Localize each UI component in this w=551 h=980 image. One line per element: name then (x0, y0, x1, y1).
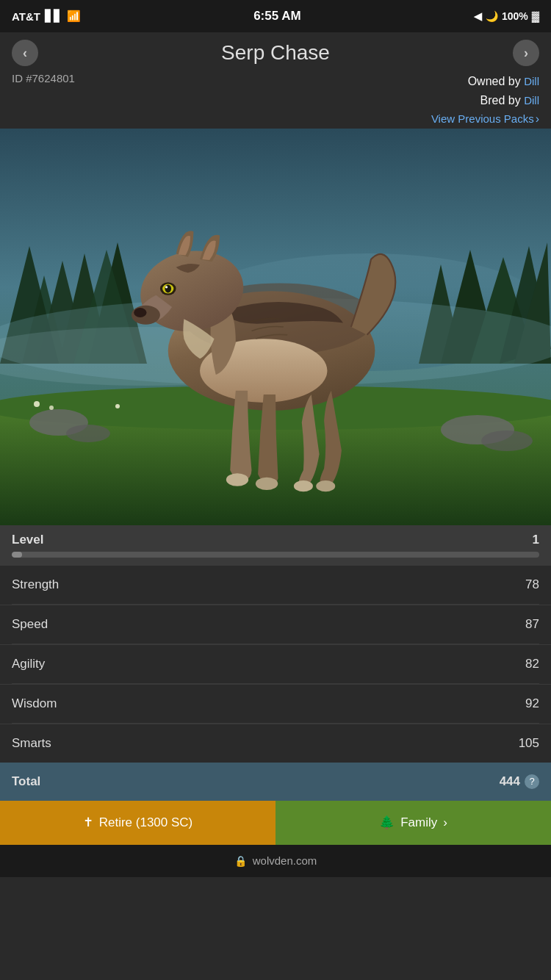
total-label: Total (12, 774, 40, 789)
agility-value: 82 (525, 657, 539, 671)
meta-right: Owned by Dill Bred by Dill View Previous… (431, 72, 539, 129)
total-row: Total 444 ? (0, 763, 551, 801)
meta-section: Owned by Dill Bred by Dill View Previous… (0, 69, 551, 90)
retire-icon: ✝ (83, 815, 93, 830)
owned-by: Owned by Dill (431, 72, 539, 91)
stat-row-speed: Speed 87 (0, 605, 551, 644)
stat-row-agility: Agility 82 (0, 644, 551, 683)
forward-icon: › (524, 46, 528, 61)
svg-point-36 (165, 284, 171, 292)
strength-value: 78 (525, 577, 539, 592)
chevron-right-icon: › (536, 109, 539, 129)
signal-icon: ▋▋ (45, 10, 62, 23)
total-value-container: 444 ? (500, 774, 539, 789)
battery-icon: ▓ (532, 10, 539, 22)
location-icon: ◀ (474, 10, 482, 22)
carrier-text: AT&T (12, 10, 40, 23)
stat-row-strength: Strength 78 (0, 565, 551, 604)
owned-by-label: Owned by (468, 75, 521, 87)
back-icon: ‹ (23, 46, 27, 61)
total-value: 444 (500, 774, 520, 789)
stat-row-wisdom: Wisdom 92 (0, 684, 551, 723)
family-chevron-icon: › (443, 815, 447, 830)
bred-by: Bred by Dill (431, 91, 539, 110)
page-title: Serp Chase (38, 41, 513, 65)
domain-text: wolvden.com (253, 854, 317, 867)
svg-point-37 (165, 286, 168, 288)
bottom-buttons: ✝ Retire (1300 SC) 🌲 Family › (0, 801, 551, 845)
svg-point-33 (134, 308, 146, 317)
help-icon[interactable]: ? (525, 774, 539, 789)
back-button[interactable]: ‹ (12, 40, 38, 66)
level-label: Level (12, 533, 43, 547)
forward-button[interactable]: › (513, 40, 539, 66)
header: ‹ Serp Chase › (0, 32, 551, 69)
stat-row-smarts: Smarts 105 (0, 724, 551, 763)
svg-point-28 (256, 478, 278, 490)
stats-section: Level 1 Strength 78 Speed 87 Agility 82 … (0, 525, 551, 801)
level-row: Level 1 (0, 525, 551, 552)
level-value: 1 (533, 533, 539, 547)
smarts-label: Smarts (12, 736, 51, 751)
strength-label: Strength (12, 577, 59, 592)
bottom-bar: 🔒 wolvden.com (0, 845, 551, 877)
lock-icon: 🔒 (234, 855, 247, 867)
status-right: ◀ 🌙 100% ▓ (474, 10, 539, 22)
wolf-svg (0, 129, 551, 525)
wisdom-value: 92 (525, 696, 539, 711)
smarts-value: 105 (519, 736, 539, 751)
wifi-icon: 📶 (67, 10, 81, 23)
view-previous-packs-link[interactable]: View Previous Packs › (431, 109, 539, 129)
bred-by-user[interactable]: Dill (524, 94, 539, 107)
family-icon: 🌲 (379, 815, 395, 830)
speed-label: Speed (12, 617, 48, 632)
wolf-image (0, 129, 551, 525)
wisdom-label: Wisdom (12, 696, 57, 711)
svg-point-29 (294, 480, 313, 491)
xp-bar (12, 552, 539, 558)
speed-value: 87 (525, 617, 539, 632)
status-left: AT&T ▋▋ 📶 (12, 10, 81, 23)
svg-point-30 (316, 480, 335, 491)
retire-button[interactable]: ✝ Retire (1300 SC) (0, 801, 276, 845)
moon-icon: 🌙 (486, 10, 498, 22)
retire-label: Retire (1300 SC) (99, 815, 193, 830)
status-time: 6:55 AM (253, 9, 301, 24)
svg-point-27 (226, 473, 248, 486)
family-label: Family (400, 815, 437, 830)
battery-text: 100% (502, 10, 528, 22)
question-mark: ? (529, 776, 534, 787)
bred-by-label: Bred by (480, 94, 521, 107)
agility-label: Agility (12, 657, 45, 671)
owned-by-user[interactable]: Dill (524, 75, 539, 87)
view-previous-label: View Previous Packs (431, 110, 534, 128)
xp-fill (12, 552, 22, 558)
family-button[interactable]: 🌲 Family › (276, 801, 551, 845)
xp-bar-container (0, 552, 551, 565)
status-bar: AT&T ▋▋ 📶 6:55 AM ◀ 🌙 100% ▓ (0, 0, 551, 32)
